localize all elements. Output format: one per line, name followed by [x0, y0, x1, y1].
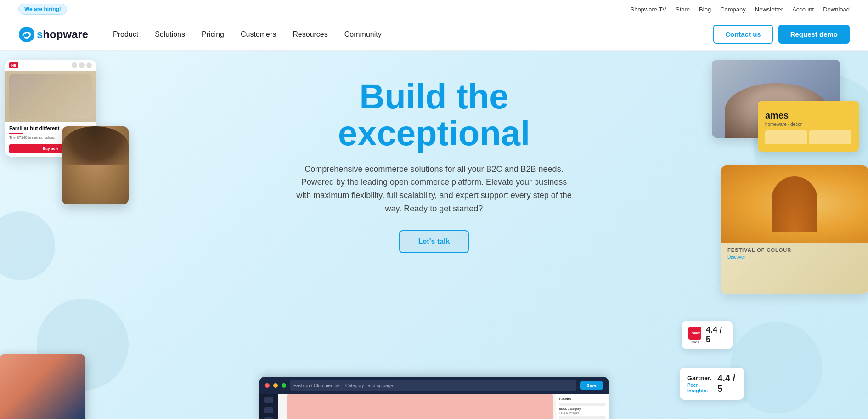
window-dot-green [282, 383, 286, 388]
toplink-account[interactable]: Account [792, 6, 814, 13]
gartner-logo: Gartner. Peer Insights. [687, 374, 712, 393]
nav-customers[interactable]: Customers [234, 27, 282, 42]
hiring-area: We are hiring! [18, 4, 67, 15]
mockup-sidebar-icon-3 [264, 417, 273, 419]
rating-badge-g2: Leader 2023 4.4 / 5 [682, 321, 733, 349]
arch-decoration [772, 176, 817, 232]
mockup-main-canvas: Blocks Block Category Text & Images [278, 394, 609, 419]
ames-subtitle: homeware · decor [765, 122, 851, 127]
bubble-decoration-2 [0, 211, 55, 280]
mockup-content-area: Blocks Block Category Text & Images [259, 394, 609, 419]
phone-icon-1 [72, 62, 77, 68]
window-dot-red [265, 383, 270, 388]
mockup-url-text: Fashion / Club member - Category Landing… [293, 383, 393, 388]
leader-year: 2023 [691, 340, 699, 344]
save-label: Save [586, 383, 596, 388]
svg-point-0 [19, 27, 34, 42]
demo-button[interactable]: Request demo [778, 25, 850, 44]
logo[interactable]: shopware [18, 26, 88, 43]
festival-cta[interactable]: Discover [727, 255, 862, 260]
headline-line1: Build the [359, 77, 508, 116]
mockup-canvas-block [287, 394, 553, 419]
toplink-download[interactable]: Download [823, 6, 850, 13]
mockup-save-button[interactable]: Save [580, 381, 603, 390]
toplink-store[interactable]: Store [676, 6, 690, 13]
gartner-score: 4.4 / 5 [717, 373, 737, 394]
phone-icon-2 [79, 62, 85, 68]
phone-icon-3 [86, 62, 92, 68]
headline-line2: exceptional [338, 113, 530, 153]
top-links: Shopware TV Store Blog Company Newslette… [630, 6, 850, 13]
mockup-sidebar-icon-1 [264, 397, 273, 403]
hero-headline: Build the exceptional [273, 78, 595, 152]
phone-product-image [5, 71, 96, 122]
window-dot-yellow [273, 383, 278, 388]
logo-text: shopware [37, 28, 88, 41]
phone-header: NB [5, 60, 96, 71]
nb-logo: NB [9, 62, 18, 68]
woman-smiling-image [0, 354, 85, 419]
mockup-sidebar-icon-2 [264, 407, 273, 413]
nav-community[interactable]: Community [338, 27, 388, 42]
ames-box-1 [765, 130, 807, 144]
nav-resources[interactable]: Resources [286, 27, 334, 42]
phone-divider [9, 133, 23, 134]
contact-button[interactable]: Contact us [713, 25, 773, 44]
dark-product-card [0, 354, 85, 419]
panel-row-2 [559, 416, 606, 419]
mockup-sidebar [259, 394, 278, 419]
portrait-image [62, 126, 129, 204]
woman-portrait [62, 126, 129, 204]
color-festival-info: FESTIVAL OF COLOUR Discover [721, 243, 868, 264]
rating-badge-gartner: Gartner. Peer Insights. 4.4 / 5 [680, 368, 744, 400]
lets-talk-button[interactable]: Let's talk [399, 230, 469, 253]
hair-overlay [62, 126, 129, 165]
nav-product[interactable]: Product [107, 27, 145, 42]
leader-badge: Leader 2023 [688, 327, 701, 344]
hero-subtext: Comprehensive ecommerce solutions for al… [296, 163, 572, 215]
toplink-newsletter[interactable]: Newsletter [755, 6, 783, 13]
gartner-brand: Gartner. [687, 374, 712, 382]
blocks-label: Blocks [559, 397, 606, 401]
mockup-url-bar: Fashion / Club member - Category Landing… [290, 380, 576, 391]
mockup-titlebar: Fashion / Club member - Category Landing… [259, 377, 609, 394]
hero-section: NB Familiar but different The S7140 in n… [0, 51, 868, 419]
block-category-label: Block Category [559, 407, 606, 410]
text-images-label: Text & Images [559, 411, 606, 414]
phone-nav-icons [72, 62, 92, 68]
shoe-image [9, 74, 92, 119]
shopware-logo-icon [18, 26, 35, 43]
nav-actions: Contact us Request demo [713, 25, 850, 44]
nav-solutions[interactable]: Solutions [148, 27, 192, 42]
festival-label: FESTIVAL OF COLOUR [727, 247, 862, 253]
bottom-app-mockup: Fashion / Club member - Category Landing… [259, 377, 609, 419]
ames-product-card: ames homeware · decor [758, 101, 859, 152]
leader-icon-label: Leader [690, 331, 700, 334]
hero-center-content: Build the exceptional Comprehensive ecom… [273, 78, 595, 272]
g2-score: 4.4 / 5 [706, 325, 726, 345]
toplink-company[interactable]: Company [720, 6, 746, 13]
ames-content-row [765, 130, 851, 144]
ames-box-2 [809, 130, 851, 144]
main-nav: shopware Product Solutions Pricing Custo… [0, 18, 868, 51]
peer-insights-label: Peer Insights. [687, 382, 712, 393]
right-bubble-2 [730, 322, 822, 413]
ames-title: ames [765, 110, 851, 121]
hero-left-visuals: NB Familiar but different The S7140 in n… [0, 51, 129, 419]
color-festival-card: FESTIVAL OF COLOUR Discover [721, 165, 868, 294]
top-bar: We are hiring! Shopware TV Store Blog Co… [0, 0, 868, 18]
toplink-blog[interactable]: Blog [699, 6, 711, 13]
nav-pricing[interactable]: Pricing [195, 27, 231, 42]
leader-icon: Leader [688, 327, 701, 340]
panel-row-1 [559, 403, 606, 406]
toplink-shopware-tv[interactable]: Shopware TV [630, 6, 666, 13]
nav-links: Product Solutions Pricing Customers Reso… [107, 27, 713, 42]
hiring-badge[interactable]: We are hiring! [18, 4, 67, 15]
color-festival-image [721, 165, 868, 243]
hero-right-visuals: ames homeware · decor FESTIVAL OF COLOUR… [693, 51, 868, 419]
mockup-right-panel: Blocks Block Category Text & Images [556, 394, 609, 419]
